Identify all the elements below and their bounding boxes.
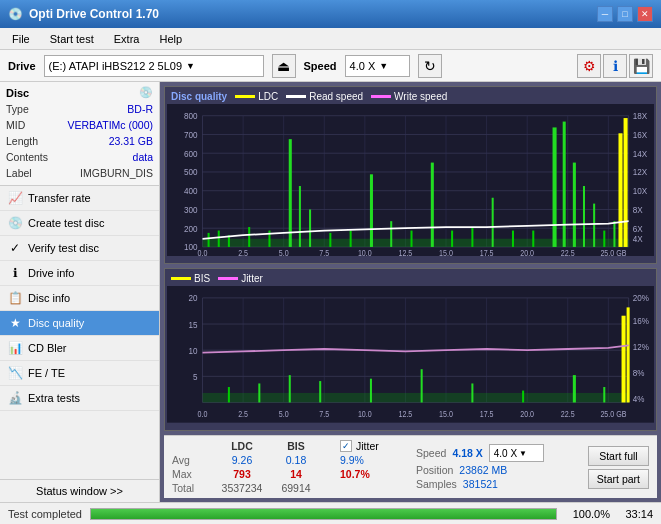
speed-dropdown-arrow: ▼ — [379, 61, 388, 71]
svg-text:12.5: 12.5 — [399, 249, 413, 256]
disc-mid-value: VERBATIMc (000) — [67, 117, 153, 133]
sidebar-item-cd-bler[interactable]: 📊 CD Bler — [0, 336, 159, 361]
eject-button[interactable]: ⏏ — [272, 54, 296, 78]
svg-text:5.0: 5.0 — [279, 249, 289, 256]
minimize-button[interactable]: ─ — [597, 6, 613, 22]
svg-text:16%: 16% — [633, 316, 649, 327]
status-window-button[interactable]: Status window >> — [0, 479, 159, 502]
svg-rect-46 — [329, 233, 331, 247]
bis-legend: BIS — [171, 273, 210, 284]
settings-button[interactable]: ⚙ — [577, 54, 601, 78]
svg-text:8%: 8% — [633, 368, 645, 379]
sidebar-item-fe-te[interactable]: 📉 FE / TE — [0, 361, 159, 386]
svg-text:300: 300 — [184, 204, 198, 215]
fe-te-icon: 📉 — [8, 366, 22, 380]
sidebar-item-extra-tests-label: Extra tests — [28, 392, 80, 404]
svg-rect-104 — [203, 393, 629, 403]
sidebar-item-cd-bler-label: CD Bler — [28, 342, 67, 354]
drive-dropdown-arrow: ▼ — [186, 61, 195, 71]
disc-panel-header: Disc 💿 — [6, 86, 153, 99]
disc-contents-label: Contents — [6, 149, 48, 165]
samples-value: 381521 — [463, 478, 498, 490]
disc-mid-row: MID VERBATIMc (000) — [6, 117, 153, 133]
svg-rect-51 — [431, 163, 434, 247]
jitter-checkbox[interactable]: ✓ — [340, 440, 352, 452]
sidebar-item-verify-test-disc[interactable]: ✓ Verify test disc — [0, 236, 159, 261]
sidebar-item-verify-test-disc-label: Verify test disc — [28, 242, 99, 254]
svg-text:4%: 4% — [633, 394, 645, 405]
svg-text:20.0: 20.0 — [520, 410, 534, 420]
svg-rect-106 — [258, 384, 260, 403]
max-bis-value: 14 — [274, 468, 318, 480]
speed-selector[interactable]: 4.0 X ▼ — [345, 55, 410, 77]
start-part-button[interactable]: Start part — [588, 469, 649, 489]
disc-panel-title: Disc — [6, 87, 29, 99]
svg-rect-49 — [390, 221, 392, 247]
drive-name-text: (E:) ATAPI iHBS212 2 5L09 — [49, 60, 183, 72]
svg-rect-39 — [218, 231, 220, 247]
disc-length-value: 23.31 GB — [109, 133, 153, 149]
drive-info-icon: ℹ — [8, 266, 22, 280]
sidebar-item-create-test-disc-label: Create test disc — [28, 217, 104, 229]
cd-bler-icon: 📊 — [8, 341, 22, 355]
refresh-button[interactable]: ↻ — [418, 54, 442, 78]
save-button[interactable]: 💾 — [629, 54, 653, 78]
disc-length-row: Length 23.31 GB — [6, 133, 153, 149]
sidebar-item-disc-quality-label: Disc quality — [28, 317, 84, 329]
menu-extra[interactable]: Extra — [106, 31, 148, 47]
svg-rect-47 — [350, 231, 352, 247]
svg-rect-62 — [603, 231, 605, 247]
svg-rect-65 — [624, 118, 628, 247]
svg-rect-48 — [370, 174, 373, 247]
svg-text:16X: 16X — [633, 129, 648, 140]
stats-empty-header — [172, 440, 210, 452]
extra-tests-icon: 🔬 — [8, 391, 22, 405]
disc-quality-icon: ★ — [8, 316, 22, 330]
svg-rect-109 — [370, 379, 372, 403]
position-value: 23862 MB — [459, 464, 507, 476]
svg-rect-64 — [618, 133, 622, 247]
avg-bis-value: 0.18 — [274, 454, 318, 466]
progress-bar — [90, 508, 557, 520]
bis-color-swatch — [171, 277, 191, 280]
menu-help[interactable]: Help — [151, 31, 190, 47]
svg-text:2.5: 2.5 — [238, 410, 248, 420]
ldc-chart-svg: 800 700 600 500 400 300 200 100 18X 16X … — [167, 104, 654, 256]
svg-text:12%: 12% — [633, 342, 649, 353]
maximize-button[interactable]: □ — [617, 6, 633, 22]
close-button[interactable]: ✕ — [637, 6, 653, 22]
svg-text:5: 5 — [193, 372, 198, 383]
sidebar-item-disc-quality[interactable]: ★ Disc quality — [0, 311, 159, 336]
svg-rect-45 — [309, 209, 311, 246]
sidebar-item-drive-info[interactable]: ℹ Drive info — [0, 261, 159, 286]
info-button[interactable]: ℹ — [603, 54, 627, 78]
read-speed-legend-label: Read speed — [309, 91, 363, 102]
svg-rect-43 — [289, 139, 292, 247]
sidebar-item-transfer-rate[interactable]: 📈 Transfer rate — [0, 186, 159, 211]
sidebar-item-extra-tests[interactable]: 🔬 Extra tests — [0, 386, 159, 411]
disc-type-value: BD-R — [127, 101, 153, 117]
speed-stat-label: Speed — [416, 447, 446, 459]
svg-text:25.0 GB: 25.0 GB — [600, 249, 626, 256]
speed-target-selector[interactable]: 4.0 X ▼ — [489, 444, 544, 462]
menu-file[interactable]: File — [4, 31, 38, 47]
disc-contents-row: Contents data — [6, 149, 153, 165]
max-jitter-value: 10.7% — [340, 468, 400, 480]
speed-row: Speed 4.18 X 4.0 X ▼ — [416, 444, 544, 462]
progress-time: 33:14 — [618, 508, 653, 520]
menu-start-test[interactable]: Start test — [42, 31, 102, 47]
svg-text:700: 700 — [184, 129, 198, 140]
svg-rect-58 — [563, 122, 566, 247]
title-bar-controls: ─ □ ✕ — [597, 6, 653, 22]
sidebar-item-disc-info[interactable]: 📋 Disc info — [0, 286, 159, 311]
svg-rect-108 — [319, 381, 321, 402]
drive-selector[interactable]: (E:) ATAPI iHBS212 2 5L09 ▼ — [44, 55, 264, 77]
app-title: Opti Drive Control 1.70 — [29, 7, 159, 21]
disc-label-row: Label IMGBURN_DIS — [6, 165, 153, 181]
svg-text:6X: 6X — [633, 223, 643, 234]
start-full-button[interactable]: Start full — [588, 446, 649, 466]
progress-bar-fill — [91, 509, 556, 519]
ldc-color-swatch — [235, 95, 255, 98]
sidebar-item-create-test-disc[interactable]: 💿 Create test disc — [0, 211, 159, 236]
svg-text:500: 500 — [184, 167, 198, 178]
